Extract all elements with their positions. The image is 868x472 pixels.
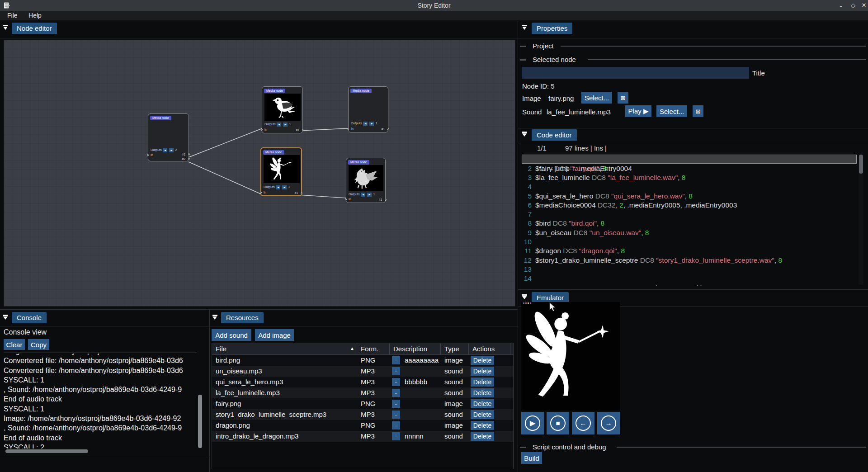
console-clear-button[interactable]: Clear: [4, 339, 25, 350]
delete-button[interactable]: Delete: [471, 356, 494, 365]
image-select-button[interactable]: Select...: [581, 92, 612, 104]
code-area[interactable]: 1→jump····.mediaEntry0004 2$fairy DC8 "f…: [518, 154, 868, 286]
input-pin[interactable]: [347, 128, 349, 130]
media-node-fairy[interactable]: Media node Outputs ◀ ▶ 1 In #1: [260, 147, 302, 196]
delete-button[interactable]: Delete: [471, 432, 494, 441]
table-row[interactable]: fairy.png PNG .. image Delete: [212, 398, 513, 409]
input-pin[interactable]: [261, 129, 263, 131]
menu-help[interactable]: Help: [24, 11, 46, 20]
output-pin[interactable]: [301, 192, 302, 194]
tab-code-editor[interactable]: Code editor: [532, 129, 577, 141]
table-row[interactable]: qui_sera_le_hero.mp3 MP3 .. bbbbbb sound…: [212, 377, 513, 387]
tab-console[interactable]: Console: [12, 312, 47, 323]
header-file[interactable]: File: [212, 343, 357, 355]
edit-description-button[interactable]: ..: [392, 421, 400, 430]
output-pin[interactable]: [188, 153, 190, 155]
spin-right-icon[interactable]: ▶: [367, 193, 372, 197]
table-row[interactable]: la_fee_luminelle.mp3 MP3 .. sound Delete: [212, 387, 513, 398]
console-log[interactable]: Image: /home/anthony/ostproj/ba869e4b-03…: [4, 354, 197, 448]
title-input[interactable]: [522, 67, 749, 79]
delete-button[interactable]: Delete: [471, 378, 494, 387]
input-pin[interactable]: [147, 154, 149, 156]
spin-left-icon[interactable]: ◀: [361, 193, 365, 197]
image-clear-icon[interactable]: ⊠: [618, 92, 628, 104]
input-pin[interactable]: [260, 192, 262, 194]
collapse-panel-icon[interactable]: [3, 25, 9, 30]
spin-right-icon[interactable]: ▶: [369, 122, 374, 126]
output-pin[interactable]: [188, 158, 190, 160]
emu-play-button[interactable]: ▶: [521, 412, 544, 434]
console-vscrollbar-thumb[interactable]: [198, 395, 202, 448]
console-copy-button[interactable]: Copy: [28, 339, 49, 350]
delete-button[interactable]: Delete: [471, 410, 494, 419]
media-node-empty[interactable]: Media node Outputs ◀ ▶ 1 In #1: [348, 86, 388, 132]
media-node-dragon[interactable]: Media node Outputs ◀ ▶ 1 In #1: [346, 158, 386, 203]
code-token: 8: [621, 247, 625, 255]
delete-button[interactable]: Delete: [471, 421, 494, 430]
output-pin[interactable]: [302, 129, 304, 131]
output-pin[interactable]: [387, 128, 389, 130]
edit-description-button[interactable]: ..: [392, 389, 400, 397]
delete-button[interactable]: Delete: [471, 399, 494, 408]
build-button[interactable]: Build: [521, 452, 542, 464]
header-type[interactable]: Type: [441, 343, 469, 355]
table-row[interactable]: dragon.png PNG .. image Delete: [212, 420, 513, 431]
input-pin[interactable]: [345, 198, 347, 200]
minimize-icon[interactable]: ⌄: [835, 0, 846, 11]
sound-clear-icon[interactable]: ⊠: [693, 105, 703, 117]
collapse-panel-icon[interactable]: [522, 132, 528, 137]
collapse-panel-icon[interactable]: [212, 315, 218, 320]
maximize-icon[interactable]: ◇: [848, 0, 859, 11]
header-format[interactable]: Form.: [357, 343, 390, 355]
collapse-panel-icon[interactable]: [522, 294, 528, 300]
emu-step-forward-button[interactable]: →: [597, 412, 620, 434]
outputs-count: 1: [375, 122, 377, 125]
media-node-source[interactable]: Media node Outputs ◀ ▶ 2 In #1 #2: [148, 113, 189, 161]
add-image-button[interactable]: Add image: [255, 329, 294, 341]
sound-select-button[interactable]: Select...: [656, 105, 687, 117]
spin-right-icon[interactable]: ▶: [169, 148, 174, 152]
console-hscrollbar-thumb[interactable]: [5, 449, 88, 453]
table-row[interactable]: bird.png PNG .. aaaaaaaaa image Delete: [212, 355, 513, 366]
emu-stop-button[interactable]: ■: [547, 412, 569, 434]
header-description[interactable]: Description: [390, 343, 441, 355]
sort-asc-icon[interactable]: ▲: [350, 346, 354, 351]
code-scrollbar-track[interactable]: [859, 154, 863, 285]
collapse-panel-icon[interactable]: [3, 315, 9, 320]
sound-play-button[interactable]: Play ▶: [625, 105, 651, 117]
table-row[interactable]: intro_drako_le_dragon.mp3 MP3 .. nnnnn s…: [212, 431, 513, 442]
spin-left-icon[interactable]: ◀: [363, 122, 368, 126]
collapse-panel-icon[interactable]: [522, 25, 528, 30]
edit-description-button[interactable]: ..: [392, 367, 400, 375]
spin-left-icon[interactable]: ◀: [276, 185, 280, 189]
add-sound-button[interactable]: Add sound: [212, 329, 251, 341]
table-row[interactable]: un_oiseau.mp3 MP3 .. sound Delete: [212, 366, 513, 377]
delete-button[interactable]: Delete: [471, 367, 494, 376]
cell-type: image: [441, 398, 469, 409]
node-input-label: In: [264, 128, 267, 131]
spin-left-icon[interactable]: ◀: [277, 123, 281, 127]
edit-description-button[interactable]: ..: [392, 400, 400, 408]
edit-description-button[interactable]: ..: [392, 411, 400, 419]
emu-step-back-button[interactable]: ←: [572, 412, 594, 434]
delete-button[interactable]: Delete: [471, 388, 494, 397]
tab-properties[interactable]: Properties: [532, 23, 572, 34]
spin-right-icon[interactable]: ▶: [282, 185, 287, 189]
edit-description-button[interactable]: ..: [392, 378, 400, 386]
media-node-bird[interactable]: Media node Outputs ◀ ▶ 1 In #1: [262, 86, 303, 133]
table-row[interactable]: story1_drako_luminelle_sceptre.mp3 MP3 .…: [212, 409, 513, 420]
close-icon[interactable]: ✕: [859, 0, 868, 11]
spin-right-icon[interactable]: ▶: [283, 123, 288, 127]
edit-description-button[interactable]: ..: [392, 356, 400, 364]
code-scrollbar-thumb[interactable]: [859, 155, 863, 174]
tab-resources[interactable]: Resources: [221, 312, 264, 323]
cell-file: intro_drako_le_dragon.mp3: [212, 431, 357, 442]
menu-file[interactable]: File: [3, 11, 22, 20]
editor-stats: 97 lines | Ins |: [565, 144, 607, 152]
node-canvas[interactable]: Media node Outputs ◀ ▶ 2 In #1 #2 Media …: [4, 40, 515, 307]
edit-description-button[interactable]: ..: [392, 432, 400, 440]
header-actions[interactable]: Actions: [469, 343, 510, 355]
output-pin[interactable]: [385, 199, 387, 201]
spin-left-icon[interactable]: ◀: [163, 148, 167, 152]
tab-node-editor[interactable]: Node editor: [12, 23, 57, 34]
